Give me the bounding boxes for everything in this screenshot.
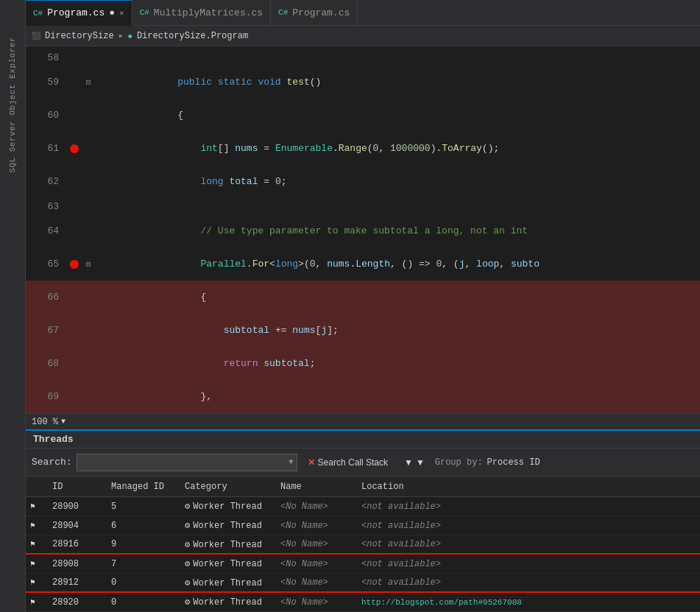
line-num-62: 62: [26, 176, 66, 187]
line-num-68: 68: [26, 358, 66, 369]
line-num-60: 60: [26, 110, 66, 121]
col-header-id[interactable]: ID: [46, 482, 105, 492]
tab-close-1[interactable]: ✕: [119, 8, 124, 18]
breakpoint-61[interactable]: [70, 144, 79, 153]
code-line-59: 59 ⊟ public static void test(): [26, 66, 700, 99]
row-flag-6[interactable]: ⚑: [26, 597, 46, 608]
bc-icon-right: ◆: [128, 32, 132, 41]
code-content-69: },: [94, 380, 700, 413]
code-content-59: public static void test(): [94, 66, 700, 99]
thread-icon-4: ⚙: [185, 559, 190, 569]
bc-icon-left: ⬛: [32, 32, 40, 41]
table-row[interactable]: ⚑ 28904 6 ⚙Worker Thread <No Name> <not …: [26, 516, 700, 535]
row-managed-2: 6: [105, 521, 179, 531]
tab-multiply-matrices[interactable]: C# MultiplyMatrices.cs: [132, 0, 271, 26]
editor-area[interactable]: 58 59 ⊟ public static void test() 60: [26, 46, 700, 413]
col-header-managed[interactable]: Managed ID: [105, 482, 179, 492]
row-location-1: <not available>: [356, 502, 700, 512]
collapse-65[interactable]: ⊟: [82, 259, 94, 269]
col-header-name[interactable]: Name: [275, 482, 356, 492]
breadcrumb-left[interactable]: DirectorySize: [45, 31, 114, 41]
table-row[interactable]: ⚑ 28920 0 ⚙Worker Thread <No Name> http:…: [26, 593, 700, 612]
tab-program-cs-2[interactable]: C# Program.cs: [271, 0, 358, 26]
line-num-69: 69: [26, 391, 66, 402]
row-location-3: <not available>: [356, 539, 700, 549]
code-line-60: 60 {: [26, 99, 700, 132]
flag-icon-5: ⚑: [30, 578, 35, 587]
cancel-search-button[interactable]: ✕ Search Call Stack: [302, 454, 394, 471]
row-name-2: <No Name>: [275, 521, 356, 531]
tab-label-2: MultiplyMatrices.cs: [154, 7, 263, 18]
threads-toolbar: Search: ▼ ✕ Search Call Stack ▼ ▼ Group …: [26, 449, 700, 476]
line-num-58: 58: [26, 52, 66, 63]
row-category-2: ⚙Worker Thread: [179, 520, 275, 531]
breadcrumb-separator: ▸: [119, 30, 124, 41]
row-managed-6: 0: [105, 597, 179, 608]
table-row[interactable]: ⚑ 28900 5 ⚙Worker Thread <No Name> <not …: [26, 497, 700, 516]
search-dropdown-arrow[interactable]: ▼: [286, 458, 297, 466]
tab-program-cs-active[interactable]: C# Program.cs ● ✕: [26, 0, 132, 26]
row-flag-5[interactable]: ⚑: [26, 577, 46, 588]
row-name-4: <No Name>: [275, 559, 356, 569]
row-name-3: <No Name>: [275, 539, 356, 549]
code-line-65: 65 ⊟ Parallel.For<long>(0, nums.Length, …: [26, 247, 700, 281]
filter-icon-2: ▼: [416, 457, 425, 468]
search-input[interactable]: [77, 456, 286, 469]
row-id-6: 28920: [46, 597, 105, 608]
table-row[interactable]: ⚑ 28916 9 ⚙Worker Thread <No Name> <not …: [26, 535, 700, 555]
threads-title: Threads: [26, 431, 700, 449]
line-num-61: 61: [26, 143, 66, 154]
row-location-6: http://blogspot.com/path#95267008: [356, 598, 700, 607]
line-num-67: 67: [26, 325, 66, 336]
breakpoint-65[interactable]: [70, 260, 79, 269]
row-id-5: 28912: [46, 577, 105, 588]
row-category-1: ⚙Worker Thread: [179, 501, 275, 512]
row-managed-1: 5: [105, 502, 179, 512]
process-id-label[interactable]: Process ID: [487, 457, 540, 468]
row-flag-4[interactable]: ⚑: [26, 559, 46, 569]
line-num-66: 66: [26, 292, 66, 303]
line-num-64: 64: [26, 225, 66, 236]
row-category-6: ⚙Worker Thread: [179, 597, 275, 608]
code-content-67: subtotal += nums[j];: [94, 314, 700, 347]
filter-icon: ▼: [404, 457, 413, 468]
zoom-dropdown[interactable]: ▼: [61, 418, 66, 426]
zoom-level[interactable]: 100 %: [32, 417, 58, 427]
code-line-64: 64 // Use type parameter to make subtota…: [26, 214, 700, 247]
row-flag-3[interactable]: ⚑: [26, 539, 46, 549]
code-content-66: {: [94, 281, 700, 314]
row-category-5: ⚙Worker Thread: [179, 577, 275, 588]
collapse-59[interactable]: ⊟: [82, 77, 94, 87]
bp-area-65[interactable]: [66, 260, 82, 269]
table-row[interactable]: ⚑ 28912 0 ⚙Worker Thread <No Name> <not …: [26, 574, 700, 593]
zoom-bar: 100 % ▼: [26, 413, 700, 429]
row-id-2: 28904: [46, 521, 105, 531]
row-id-4: 28908: [46, 559, 105, 569]
col-header-category[interactable]: Category: [179, 482, 275, 492]
search-call-stack-label: Search Call Stack: [318, 457, 388, 468]
tab-label-1: Program.cs: [47, 7, 105, 18]
search-label: Search:: [32, 457, 72, 468]
tab-bar: C# Program.cs ● ✕ C# MultiplyMatrices.cs…: [26, 0, 700, 26]
col-header-location[interactable]: Location: [356, 482, 700, 492]
row-managed-5: 0: [105, 577, 179, 588]
row-managed-4: 7: [105, 559, 179, 569]
cs-icon-2: C#: [140, 8, 149, 17]
bp-area-61[interactable]: [66, 144, 82, 153]
line-num-63: 63: [26, 201, 66, 212]
breadcrumb-right[interactable]: DirectorySize.Program: [137, 31, 248, 41]
table-row[interactable]: ⚑ 28908 7 ⚙Worker Thread <No Name> <not …: [26, 555, 700, 574]
flag-icon-4: ⚑: [30, 560, 35, 569]
row-managed-3: 9: [105, 539, 179, 549]
threads-panel: Threads Search: ▼ ✕ Search Call Stack ▼ …: [26, 429, 700, 612]
search-input-wrapper[interactable]: ▼: [77, 454, 297, 471]
thread-icon-6: ⚙: [185, 597, 190, 608]
row-location-2: <not available>: [356, 521, 700, 531]
row-flag-1[interactable]: ⚑: [26, 502, 46, 512]
thread-icon-1: ⚙: [185, 502, 190, 512]
group-by-label: Group by:: [435, 457, 483, 468]
filter-button[interactable]: ▼ ▼: [398, 454, 431, 471]
breadcrumb-bar: ⬛ DirectorySize ▸ ◆ DirectorySize.Progra…: [26, 26, 700, 46]
left-sidebar: SQL Server Object Explorer: [0, 0, 26, 612]
row-flag-2[interactable]: ⚑: [26, 521, 46, 531]
